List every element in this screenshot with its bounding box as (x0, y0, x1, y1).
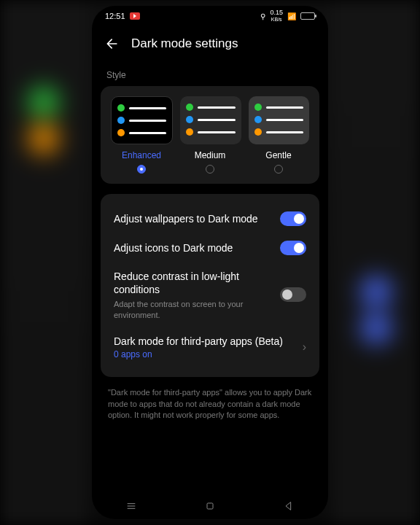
contrast-subtitle: Adapt the contrast on screen to your env… (114, 299, 273, 320)
style-radio-enhanced[interactable] (137, 165, 146, 174)
chevron-right-icon: › (303, 341, 306, 354)
phone-frame: 12:51 ⚲ 0.15KB/s 📶 Dark mode settings St… (92, 6, 328, 519)
nav-bar (92, 493, 328, 519)
style-card: Enhanced Medium Gentle (101, 86, 319, 184)
page-title: Dark mode settings (131, 36, 238, 51)
style-thumb-enhanced[interactable] (111, 96, 173, 144)
style-label-gentle: Gentle (248, 150, 309, 160)
style-radio-gentle[interactable] (274, 165, 283, 174)
footnote-text: "Dark mode for third-party apps" allows … (92, 387, 328, 421)
page-header: Dark mode settings (92, 23, 328, 57)
bluetooth-icon: ⚲ (260, 12, 265, 20)
setting-contrast[interactable]: Reduce contrast in low-light conditions … (111, 262, 309, 327)
net-speed: 0.15KB/s (270, 9, 283, 23)
svg-rect-0 (207, 503, 213, 509)
nav-recent-icon[interactable] (125, 500, 137, 512)
setting-wallpapers[interactable]: Adjust wallpapers to Dark mode (111, 204, 309, 233)
nav-home-icon[interactable] (204, 500, 216, 512)
setting-thirdparty[interactable]: Dark mode for third-party apps (Beta) 0 … (111, 327, 309, 367)
status-time: 12:51 (105, 12, 125, 20)
contrast-toggle[interactable] (280, 287, 306, 302)
settings-card: Adjust wallpapers to Dark mode Adjust ic… (101, 194, 319, 377)
style-label-medium: Medium (179, 150, 241, 160)
wallpapers-title: Adjust wallpapers to Dark mode (114, 212, 273, 225)
style-label-enhanced: Enhanced (111, 150, 172, 160)
thirdparty-link: 0 apps on (114, 349, 295, 359)
wallpapers-toggle[interactable] (280, 211, 306, 226)
youtube-icon (130, 12, 140, 20)
icons-title: Adjust icons to Dark mode (114, 241, 273, 254)
nav-back-icon[interactable] (283, 500, 295, 512)
battery-icon (300, 12, 315, 20)
back-arrow-icon[interactable] (105, 36, 120, 51)
status-bar: 12:51 ⚲ 0.15KB/s 📶 (92, 6, 328, 23)
setting-icons[interactable]: Adjust icons to Dark mode (111, 233, 309, 262)
thirdparty-title: Dark mode for third-party apps (Beta) (114, 335, 295, 348)
style-section-label: Style (92, 57, 328, 86)
icons-toggle[interactable] (280, 241, 306, 255)
signal-icon: 📶 (287, 12, 296, 20)
contrast-title: Reduce contrast in low-light conditions (114, 270, 273, 296)
style-thumb-medium[interactable] (180, 96, 241, 144)
style-thumb-gentle[interactable] (249, 96, 309, 144)
style-radio-medium[interactable] (206, 165, 214, 174)
